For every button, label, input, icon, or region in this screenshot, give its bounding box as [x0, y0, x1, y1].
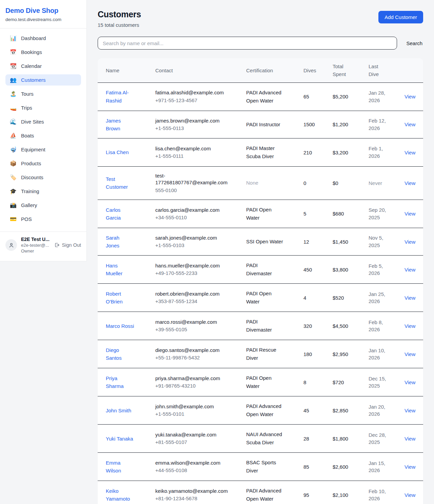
- sidebar-item-label: Products: [21, 161, 41, 166]
- customer-last-dive: Feb 8, 2026: [369, 319, 388, 334]
- customer-name-link[interactable]: Keiko Yamamoto: [106, 487, 134, 503]
- customer-total-spent: $2,850: [333, 408, 348, 413]
- customer-dives: 320: [303, 323, 312, 329]
- column-header: Name: [98, 58, 151, 82]
- customer-name-link[interactable]: Lisa Chen: [106, 148, 129, 156]
- sidebar-item-training[interactable]: 🎓 Training: [5, 186, 81, 197]
- customer-name-link[interactable]: Priya Sharma: [106, 374, 134, 390]
- sidebar-item-discounts[interactable]: 🏷️ Discounts: [5, 172, 81, 183]
- customer-name-link[interactable]: Marco Rossi: [106, 322, 134, 330]
- user-role: Owner: [21, 248, 50, 254]
- customer-total-spent: $4,500: [333, 323, 348, 329]
- page-title: Customers: [98, 10, 141, 19]
- customer-last-dive: Jan 25, 2026: [369, 291, 388, 305]
- customer-certification: PADI Open Water: [246, 206, 284, 222]
- column-header: Last Dive: [364, 58, 400, 82]
- view-customer-link[interactable]: View: [405, 150, 415, 155]
- sidebar-item-equipment[interactable]: 🤿 Equipment: [5, 144, 81, 155]
- customer-phone: +49-170-555-2233: [155, 270, 238, 277]
- customer-total-spent: $5,200: [333, 94, 348, 99]
- customer-dives: 450: [303, 267, 312, 273]
- search-button[interactable]: Search: [406, 38, 423, 48]
- view-customer-link[interactable]: View: [405, 408, 415, 413]
- view-customer-link[interactable]: View: [405, 295, 415, 301]
- customer-certification: PADI Advanced Open Water: [246, 487, 284, 503]
- customer-certification: PADI Master Scuba Diver: [246, 144, 284, 161]
- customer-phone: +1-555-0101: [155, 411, 238, 417]
- customer-phone: +1-555-0113: [155, 125, 238, 132]
- customer-dives: 8: [303, 379, 306, 385]
- sidebar-item-boats[interactable]: ⛵ Boats: [5, 130, 81, 141]
- search-input[interactable]: [98, 37, 397, 50]
- sidebar: Demo Dive Shop demo.test.divestreams.com…: [0, 0, 87, 261]
- sidebar-item-dashboard[interactable]: 📊 Dashboard: [5, 33, 81, 44]
- customer-phone: +353-87-555-1234: [155, 298, 238, 305]
- sidebar-item-products[interactable]: 📦 Products: [5, 158, 81, 169]
- customer-total-spent: $1,450: [333, 239, 348, 245]
- customer-phone: +39-555-0105: [155, 326, 238, 333]
- customer-name-link[interactable]: Diego Santos: [106, 346, 134, 362]
- view-customer-link[interactable]: View: [405, 351, 415, 357]
- customer-last-dive: Feb 12, 2026: [369, 117, 388, 132]
- view-customer-link[interactable]: View: [405, 239, 415, 245]
- sidebar-item-customers[interactable]: 👥 Customers: [5, 74, 81, 86]
- customer-dives: 85: [303, 464, 309, 470]
- sidebar-item-label: Boats: [21, 133, 34, 138]
- customer-name-link[interactable]: Test Customer: [106, 175, 134, 191]
- customer-total-spent: $1,800: [333, 436, 348, 442]
- view-customer-link[interactable]: View: [405, 492, 415, 498]
- customer-name-link[interactable]: Carlos Garcia: [106, 206, 134, 222]
- sign-out-label: Sign Out: [62, 242, 81, 248]
- customer-name-link[interactable]: Yuki Tanaka: [106, 435, 133, 443]
- user-name: E2E Test U...: [21, 237, 50, 242]
- table-row: Emma Wilson emma.wilson@example.com +44-…: [98, 453, 423, 481]
- view-customer-link[interactable]: View: [405, 94, 415, 99]
- view-customer-link[interactable]: View: [405, 180, 415, 186]
- customer-certification: PADI Rescue Diver: [246, 346, 284, 362]
- view-customer-link[interactable]: View: [405, 436, 415, 442]
- table-body: Fatima Al-Rashid fatima.alrashid@example…: [98, 82, 423, 504]
- customer-name-link[interactable]: Fatima Al-Rashid: [106, 89, 134, 105]
- view-customer-link[interactable]: View: [405, 211, 415, 217]
- sidebar-item-tours[interactable]: 🏝️ Tours: [5, 88, 81, 99]
- sidebar-item-label: Equipment: [21, 147, 45, 152]
- customers-table-card: NameContactCertificationDivesTotal Spent…: [98, 58, 423, 504]
- table-row: James Brown james.brown@example.com +1-5…: [98, 111, 423, 138]
- sidebar-item-gallery[interactable]: 📸 Gallery: [5, 200, 81, 211]
- sidebar-item-trips[interactable]: 🚤 Trips: [5, 102, 81, 113]
- add-customer-button[interactable]: Add Customer: [378, 11, 423, 23]
- customer-name-link[interactable]: Emma Wilson: [106, 459, 134, 475]
- customer-name-link[interactable]: Hans Mueller: [106, 262, 134, 278]
- table-row: Fatima Al-Rashid fatima.alrashid@example…: [98, 82, 423, 111]
- customer-name-link[interactable]: Sarah Jones: [106, 234, 134, 250]
- trips-icon: 🚤: [10, 105, 17, 111]
- customer-certification: NAUI Advanced Scuba Diver: [246, 430, 284, 447]
- customer-email: priya.sharma@example.com: [155, 375, 228, 382]
- sidebar-item-dive-sites[interactable]: 🌊 Dive Sites: [5, 116, 81, 127]
- view-customer-link[interactable]: View: [405, 122, 415, 127]
- customer-last-dive: Sep 20, 2025: [369, 206, 388, 221]
- sidebar-item-bookings[interactable]: 📅 Bookings: [5, 46, 81, 58]
- customer-email: fatima.alrashid@example.com: [155, 89, 228, 96]
- customer-name-link[interactable]: James Brown: [106, 117, 134, 133]
- customer-last-dive: Feb 1, 2026: [369, 145, 388, 160]
- view-customer-link[interactable]: View: [405, 464, 415, 470]
- customer-total-spent: $520: [333, 295, 344, 301]
- discounts-icon: 🏷️: [10, 175, 17, 180]
- customer-email: marco.rossi@example.com: [155, 319, 228, 325]
- view-customer-link[interactable]: View: [405, 323, 415, 329]
- sidebar-item-label: Dive Sites: [21, 119, 44, 125]
- customer-total-spent: $2,100: [333, 492, 348, 498]
- customer-name-link[interactable]: Robert O'Brien: [106, 290, 134, 306]
- customer-email: diego.santos@example.com: [155, 347, 228, 354]
- sign-out-button[interactable]: Sign Out: [54, 242, 81, 248]
- customer-name-link[interactable]: John Smith: [106, 407, 131, 414]
- view-customer-link[interactable]: View: [405, 379, 415, 385]
- column-header: Total Spent: [329, 58, 364, 82]
- view-customer-link[interactable]: View: [405, 267, 415, 273]
- customer-count: 15 total customers: [98, 22, 141, 28]
- sidebar-item-pos[interactable]: 💳 POS: [5, 213, 81, 225]
- customer-email: yuki.tanaka@example.com: [155, 431, 228, 438]
- sidebar-item-calendar[interactable]: 📆 Calendar: [5, 60, 81, 72]
- customer-email: lisa.chen@example.com: [155, 145, 228, 152]
